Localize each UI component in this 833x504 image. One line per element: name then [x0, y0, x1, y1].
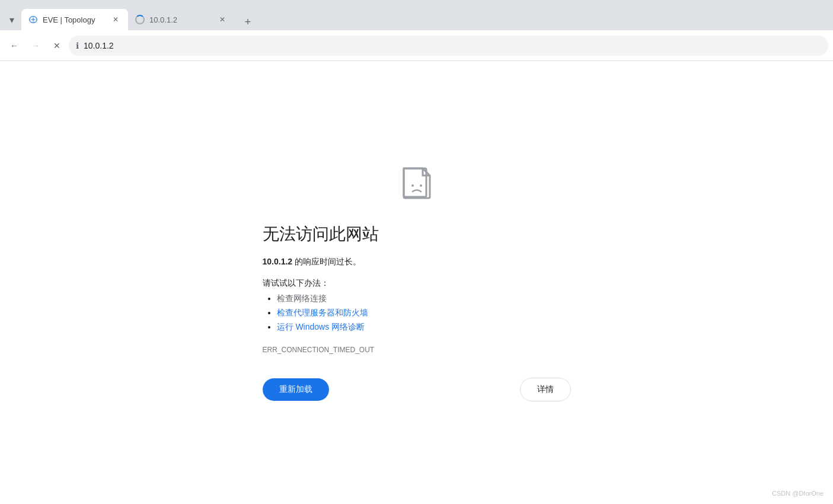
tab-loading[interactable]: 10.0.1.2 ✕: [128, 9, 235, 30]
suggestion-3-link[interactable]: 运行 Windows 网络诊断: [277, 322, 365, 331]
list-item: 运行 Windows 网络诊断: [277, 322, 368, 333]
reload-button[interactable]: 重新加载: [263, 378, 329, 401]
forward-icon: →: [31, 41, 40, 50]
error-buttons: 重新加载 详情: [263, 378, 571, 401]
tab-expand-button[interactable]: ▾: [2, 9, 21, 30]
tab-eve-topology-title: EVE | Topology: [43, 15, 107, 24]
list-item: 检查网络连接: [277, 294, 368, 304]
tab-expand-icon: ▾: [9, 14, 14, 25]
list-item: 检查代理服务器和防火墙: [277, 308, 368, 318]
error-ip: 10.0.1.2: [263, 257, 293, 266]
eve-favicon: [28, 15, 38, 24]
forward-button: →: [26, 36, 45, 55]
back-button[interactable]: ←: [5, 36, 24, 55]
tab-bar: ▾ EVE | Topology ✕ 10.0.1.2 ✕ +: [0, 0, 833, 30]
address-text: 10.0.1.2: [84, 41, 821, 50]
browser-chrome: ▾ EVE | Topology ✕ 10.0.1.2 ✕ + ←: [0, 0, 833, 61]
error-subtitle-text: 的响应时间过长。: [292, 257, 361, 266]
tab-loading-close[interactable]: ✕: [217, 14, 228, 25]
suggestion-1-text: 检查网络连接: [277, 294, 327, 303]
new-tab-button[interactable]: +: [240, 14, 256, 30]
reload-stop-button[interactable]: ✕: [47, 36, 66, 55]
tab-eve-topology[interactable]: EVE | Topology ✕: [21, 9, 128, 30]
error-icon-wrap: [395, 164, 438, 209]
error-container: 无法访问此网站 10.0.1.2 的响应时间过长。 请试试以下办法： 检查网络连…: [251, 164, 583, 401]
tab-eve-topology-close[interactable]: ✕: [110, 14, 121, 25]
tab-loading-spinner: [135, 15, 145, 24]
stop-icon: ✕: [53, 41, 60, 50]
svg-point-1: [411, 184, 414, 187]
tab-loading-title: 10.0.1.2: [149, 15, 213, 24]
error-title: 无法访问此网站: [263, 223, 379, 245]
page-content: 无法访问此网站 10.0.1.2 的响应时间过长。 请试试以下办法： 检查网络连…: [0, 61, 833, 504]
error-try-label: 请试试以下办法：: [263, 278, 329, 289]
address-bar: ← → ✕ ℹ 10.0.1.2: [0, 30, 833, 61]
info-icon: ℹ: [76, 41, 79, 50]
error-page-icon: [395, 164, 438, 206]
details-button[interactable]: 详情: [520, 378, 571, 401]
error-code: ERR_CONNECTION_TIMED_OUT: [263, 346, 375, 354]
address-input[interactable]: ℹ 10.0.1.2: [69, 36, 828, 56]
back-icon: ←: [10, 41, 18, 50]
watermark: CSDN @DforOne: [772, 490, 824, 497]
error-subtitle: 10.0.1.2 的响应时间过长。: [263, 255, 362, 268]
suggestion-2-link[interactable]: 检查代理服务器和防火墙: [277, 308, 368, 317]
svg-point-2: [420, 184, 422, 187]
error-suggestions-list: 检查网络连接 检查代理服务器和防火墙 运行 Windows 网络诊断: [277, 294, 368, 336]
